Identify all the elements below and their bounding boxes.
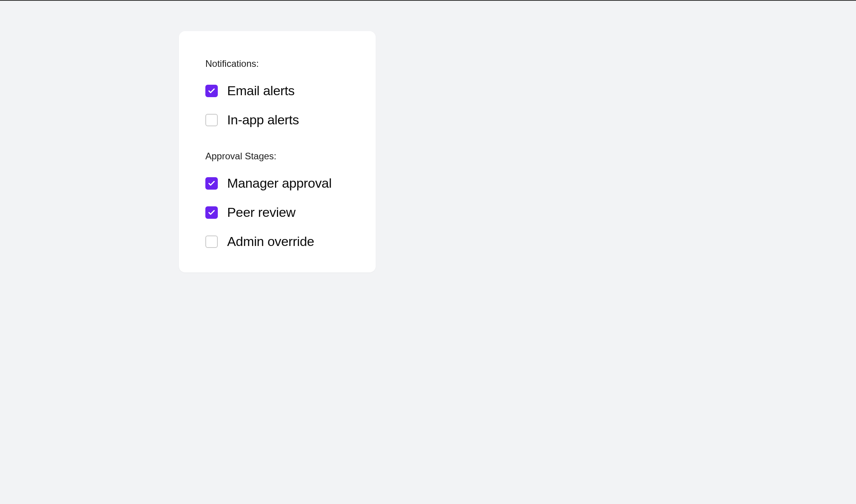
- checkbox-email-alerts[interactable]: [205, 85, 218, 97]
- group-title-notifications: Notifications:: [205, 58, 349, 69]
- option-peer-review[interactable]: Peer review: [205, 205, 349, 220]
- checkbox-admin-override[interactable]: [205, 235, 218, 248]
- check-icon: [208, 209, 215, 216]
- group-title-approval-stages: Approval Stages:: [205, 151, 349, 162]
- settings-card: Notifications: Email alerts In-app alert…: [179, 31, 376, 272]
- option-label: Manager approval: [227, 176, 332, 191]
- checkbox-peer-review[interactable]: [205, 206, 218, 219]
- option-label: In-app alerts: [227, 112, 299, 127]
- check-icon: [208, 87, 215, 95]
- option-label: Admin override: [227, 234, 314, 249]
- option-manager-approval[interactable]: Manager approval: [205, 176, 349, 191]
- option-label: Peer review: [227, 205, 296, 220]
- option-admin-override[interactable]: Admin override: [205, 234, 349, 249]
- check-icon: [208, 180, 215, 187]
- group-notifications: Notifications: Email alerts In-app alert…: [205, 58, 349, 127]
- group-approval-stages: Approval Stages: Manager approval Peer r…: [205, 151, 349, 249]
- option-in-app-alerts[interactable]: In-app alerts: [205, 112, 349, 127]
- checkbox-manager-approval[interactable]: [205, 177, 218, 190]
- checkbox-in-app-alerts[interactable]: [205, 114, 218, 126]
- option-label: Email alerts: [227, 83, 295, 98]
- option-email-alerts[interactable]: Email alerts: [205, 83, 349, 98]
